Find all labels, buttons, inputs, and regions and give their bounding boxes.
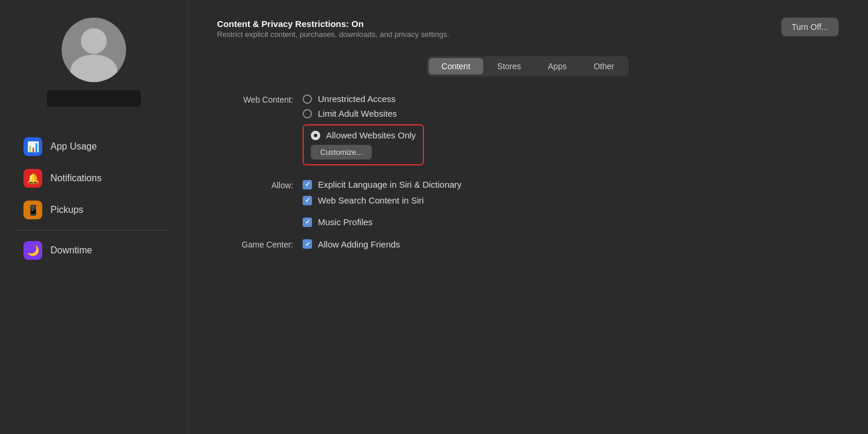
checkbox-box-music-profiles (303, 218, 312, 227)
sidebar-label-pickups: Pickups (50, 205, 83, 215)
sidebar-divider (18, 230, 169, 230)
checkbox-box-explicit-language (303, 180, 312, 189)
sidebar-nav: 📊 App Usage 🔔 Notifications 📱 Pickups 🌙 … (0, 118, 187, 267)
music-profiles-section: Music Profiles (217, 217, 839, 227)
checkbox-label-music-profiles: Music Profiles (318, 217, 372, 227)
downtime-icon: 🌙 (23, 241, 42, 260)
allowed-websites-highlight-box: Allowed Websites Only Customize... (303, 124, 424, 165)
pickups-icon: 📱 (23, 201, 42, 219)
sidebar-label-notifications: Notifications (50, 173, 101, 184)
allow-section: Allow: Explicit Language in Siri & Dicti… (217, 179, 839, 205)
header-title-prefix: Content & Privacy Restrictions: (217, 19, 351, 29)
radio-label-limit-adult: Limit Adult Websites (318, 108, 397, 118)
radio-label-unrestricted: Unrestricted Access (318, 94, 396, 104)
sidebar-label-downtime: Downtime (50, 245, 92, 256)
checkbox-label-allow-adding-friends: Allow Adding Friends (318, 239, 400, 249)
allow-label: Allow: (217, 179, 293, 190)
header-info: Content & Privacy Restrictions: On Restr… (217, 18, 449, 53)
web-content-section: Web Content: Unrestricted Access Limit A… (217, 94, 839, 165)
game-center-label: Game Center: (217, 239, 293, 249)
checkbox-label-web-search: Web Search Content in Siri (318, 195, 424, 205)
checkbox-explicit-language[interactable]: Explicit Language in Siri & Dictionary (303, 179, 462, 189)
user-name-bar (47, 90, 141, 107)
sidebar-item-notifications[interactable]: 🔔 Notifications (6, 163, 181, 194)
checkbox-label-explicit-language: Explicit Language in Siri & Dictionary (318, 179, 462, 189)
radio-label-allowed-only: Allowed Websites Only (326, 130, 416, 140)
web-content-label: Web Content: (217, 94, 293, 104)
header-title-status: On (351, 19, 364, 29)
tab-content[interactable]: Content (429, 58, 483, 74)
header-row: Content & Privacy Restrictions: On Restr… (217, 18, 839, 53)
avatar-body (70, 55, 117, 82)
allow-checkbox-group: Explicit Language in Siri & Dictionary W… (303, 179, 462, 205)
notifications-icon: 🔔 (23, 169, 42, 188)
tab-bar: Content Stores Apps Other (427, 56, 629, 76)
sidebar-item-downtime[interactable]: 🌙 Downtime (6, 235, 181, 266)
sidebar-label-app-usage: App Usage (50, 141, 97, 152)
avatar (62, 18, 126, 82)
avatar-container (47, 18, 141, 107)
sidebar-item-app-usage[interactable]: 📊 App Usage (6, 131, 181, 162)
avatar-head (81, 28, 107, 54)
radio-circle-limit-adult (303, 109, 312, 118)
checkbox-allow-adding-friends[interactable]: Allow Adding Friends (303, 239, 400, 249)
customize-button[interactable]: Customize... (311, 145, 372, 160)
header-subtitle: Restrict explicit content, purchases, do… (217, 30, 449, 39)
sidebar: 📊 App Usage 🔔 Notifications 📱 Pickups 🌙 … (0, 0, 188, 434)
radio-circle-unrestricted (303, 94, 312, 104)
main-content: Content & Privacy Restrictions: On Restr… (188, 0, 868, 434)
tab-stores[interactable]: Stores (484, 58, 534, 74)
checkbox-box-web-search (303, 196, 312, 205)
app-usage-icon: 📊 (23, 137, 42, 156)
checkbox-web-search[interactable]: Web Search Content in Siri (303, 195, 462, 205)
radio-limit-adult[interactable]: Limit Adult Websites (303, 108, 424, 118)
tab-other[interactable]: Other (581, 58, 627, 74)
radio-allowed-only[interactable]: Allowed Websites Only (311, 130, 416, 140)
game-center-section: Game Center: Allow Adding Friends (217, 239, 839, 249)
checkbox-box-allow-adding-friends (303, 239, 312, 249)
header-title: Content & Privacy Restrictions: On (217, 18, 449, 30)
radio-circle-allowed-only (311, 131, 320, 140)
sidebar-item-pickups[interactable]: 📱 Pickups (6, 195, 181, 225)
radio-unrestricted[interactable]: Unrestricted Access (303, 94, 424, 104)
tab-apps[interactable]: Apps (535, 58, 579, 74)
turn-off-button[interactable]: Turn Off... (781, 18, 839, 36)
web-content-radio-group: Unrestricted Access Limit Adult Websites… (303, 94, 424, 165)
